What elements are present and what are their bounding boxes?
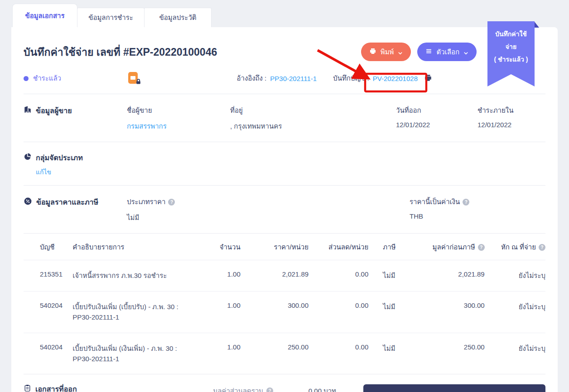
status-dot-icon <box>24 76 29 81</box>
cell-discount: 0.00 <box>309 292 368 333</box>
cell-discount: 0.00 <box>309 333 368 374</box>
cell-description: เบี้ยปรับเงินเพิ่ม (เบี้ยปรับ) - ภ.พ. 30… <box>72 292 205 333</box>
printer-icon <box>369 48 376 56</box>
journal-link[interactable]: PV-202201028 <box>373 75 418 82</box>
col-header-discount: ส่วนลด/หน่วย <box>309 234 368 260</box>
cell-account: 540204 <box>24 333 72 374</box>
cell-vat: ไม่มี <box>368 292 408 333</box>
help-icon[interactable]: ? <box>478 244 485 251</box>
cell-pre-vat: 300.00 <box>408 292 484 333</box>
cell-vat: ไม่มี <box>368 333 408 374</box>
table-row: 540204 เบี้ยปรับเงินเพิ่ม (เงินเพิ่ม) - … <box>24 333 545 374</box>
pie-chart-icon <box>24 153 32 163</box>
reference-label: อ้างอิงถึง : <box>236 73 266 84</box>
options-button[interactable]: ตัวเลือก <box>417 43 477 61</box>
status-label: ชำระแล้ว <box>33 73 61 84</box>
help-icon[interactable]: ? <box>463 199 469 206</box>
tab-history-info[interactable]: ข้อมูลประวัติ <box>144 8 212 27</box>
category-edit-link[interactable]: แก้ไข <box>36 167 51 177</box>
currency-label: ราคานี้เป็นค่าเงิน <box>410 196 460 207</box>
ribbon-line2: ( ชำระแล้ว ) <box>490 53 532 66</box>
pricing-section: ข้อมูลราคาและภาษี ประเภทราคา ? ไม่มี ราค… <box>24 186 545 234</box>
cell-pre-vat: 250.00 <box>408 333 484 374</box>
category-section-title-wrap: กลุ่มจัดประเภท <box>24 152 127 163</box>
cell-discount: 0.00 <box>309 260 368 292</box>
summary-value: 0.00 บาท <box>276 386 336 392</box>
tab-document-info[interactable]: ข้อมูลเอกสาร <box>12 4 77 27</box>
cell-vat: ไม่มี <box>368 260 408 292</box>
status-badge: ชำระแล้ว <box>24 73 128 84</box>
cell-account: 540204 <box>24 292 72 333</box>
summary-section: เอกสารที่ออก มูลค่าส่วนลดรวม ? 0.00 บาท … <box>24 374 545 392</box>
issued-docs-title-wrap: เอกสารที่ออก <box>24 383 131 392</box>
page-title: บันทึกค่าใช้จ่าย เลขที่ #EXP-20220100046 <box>24 44 217 60</box>
cell-pre-vat: 2,021.89 <box>408 260 484 292</box>
col-header-unit-price: ราคา/หน่วย <box>241 234 309 260</box>
issue-date-field: วันที่ออก 12/01/2022 <box>396 105 477 132</box>
print-button-label: พิมพ์ <box>381 47 394 57</box>
print-journal-icon[interactable] <box>424 74 432 83</box>
vendor-address-value: , กรุงเทพมหานคร <box>230 121 396 132</box>
price-type-label: ประเภทราคา <box>127 196 165 207</box>
chevron-down-icon <box>463 49 468 54</box>
pricing-section-title-wrap: ข้อมูลราคาและภาษี <box>24 196 127 223</box>
lock-icon <box>135 78 141 86</box>
table-row: 215351 เจ้าหนี้สรรพากร ภ.พ.30 รอชำระ 1.0… <box>24 260 545 292</box>
vendor-name-link[interactable]: กรมสรรพากร <box>127 122 167 130</box>
chevron-down-icon <box>398 49 403 54</box>
category-section-title: กลุ่มจัดประเภท <box>36 152 83 163</box>
vendor-name-field: ชื่อผู้ขาย กรมสรรพากร <box>127 105 230 132</box>
cell-qty: 1.00 <box>205 292 241 333</box>
summary-row: มูลค่าส่วนลดรวม ? 0.00 บาท <box>131 383 336 392</box>
help-icon[interactable]: ? <box>539 244 545 251</box>
col-header-description: คำอธิบายรายการ <box>72 234 205 260</box>
cell-unit-price: 300.00 <box>241 292 309 333</box>
currency-value: THB <box>410 212 545 220</box>
pricing-section-title: ข้อมูลราคาและภาษี <box>36 196 98 208</box>
tab-payment-info[interactable]: ข้อมูลการชำระ <box>77 8 145 27</box>
cell-unit-price: 2,021.89 <box>241 260 309 292</box>
cell-qty: 1.00 <box>205 260 241 292</box>
col-header-pre-vat: มูลค่าก่อนภาษี? <box>408 234 484 260</box>
status-row: ชำระแล้ว อ้างอิงถึง : PP30-202111-1 บันท… <box>24 72 545 94</box>
document-card: บันทึกค่าใช้จ่าย ( ชำระแล้ว ) บันทึกค่าใ… <box>11 27 558 392</box>
tab-bar: ข้อมูลเอกสาร ข้อมูลการชำระ ข้อมูลประวัติ <box>0 0 569 27</box>
due-date-value: 12/01/2022 <box>477 121 545 129</box>
cell-qty: 1.00 <box>205 333 241 374</box>
vendor-address-field: ที่อยู่ , กรุงเทพมหานคร <box>230 105 396 132</box>
options-button-label: ตัวเลือก <box>436 47 459 57</box>
category-section: กลุ่มจัดประเภท แก้ไข <box>24 142 545 186</box>
percent-circle-icon <box>24 197 32 207</box>
currency-field: ราคานี้เป็นค่าเงิน ? THB <box>410 196 545 223</box>
summary-rows: มูลค่าส่วนลดรวม ? 0.00 บาท มูลค่ารายการย… <box>131 383 336 392</box>
cell-wht: ยังไม่ระบุ <box>485 292 545 333</box>
col-header-wht: หัก ณ ที่จ่าย? <box>485 234 545 260</box>
journal-label: บันทึกบัญชี : <box>333 73 369 84</box>
table-row: 540204 เบี้ยปรับเงินเพิ่ม (เบี้ยปรับ) - … <box>24 292 545 333</box>
document-locked-icon <box>128 72 140 85</box>
help-icon[interactable]: ? <box>266 387 273 392</box>
reference-links: อ้างอิงถึง : PP30-202111-1 บันทึกบัญชี :… <box>236 73 432 84</box>
table-header-row: บัญชี คำอธิบายรายการ จำนวน ราคา/หน่วย ส่… <box>24 234 545 260</box>
action-buttons: พิมพ์ ตัวเลือก <box>361 43 477 61</box>
vendor-building-icon <box>24 105 32 115</box>
due-date-label: ชำระภายใน <box>477 105 545 116</box>
cell-unit-price: 250.00 <box>241 333 309 374</box>
reference-link[interactable]: PP30-202111-1 <box>270 75 317 82</box>
price-type-field: ประเภทราคา ? ไม่มี <box>127 196 410 223</box>
vendor-name-label: ชื่อผู้ขาย <box>127 105 230 116</box>
help-icon[interactable]: ? <box>168 199 175 206</box>
issue-date-value: 12/01/2022 <box>396 121 477 129</box>
cell-wht: ยังไม่ระบุ <box>485 260 545 292</box>
vendor-section-title: ข้อมูลผู้ขาย <box>36 105 72 116</box>
due-date-field: ชำระภายใน 12/01/2022 <box>477 105 545 132</box>
print-button[interactable]: พิมพ์ <box>361 43 411 61</box>
col-header-qty: จำนวน <box>205 234 241 260</box>
vendor-section: ข้อมูลผู้ขาย ชื่อผู้ขาย กรมสรรพากร ที่อย… <box>24 94 545 142</box>
cell-description: เบี้ยปรับเงินเพิ่ม (เงินเพิ่ม) - ภ.พ. 30… <box>72 333 205 374</box>
summary-label: มูลค่าส่วนลดรวม <box>213 386 263 392</box>
vendor-section-title-wrap: ข้อมูลผู้ขาย <box>24 105 127 132</box>
line-items-table: บัญชี คำอธิบายรายการ จำนวน ราคา/หน่วย ส่… <box>24 234 545 374</box>
header-row: บันทึกค่าใช้จ่าย เลขที่ #EXP-20220100046… <box>24 27 545 61</box>
issued-docs-title: เอกสารที่ออก <box>35 383 77 392</box>
